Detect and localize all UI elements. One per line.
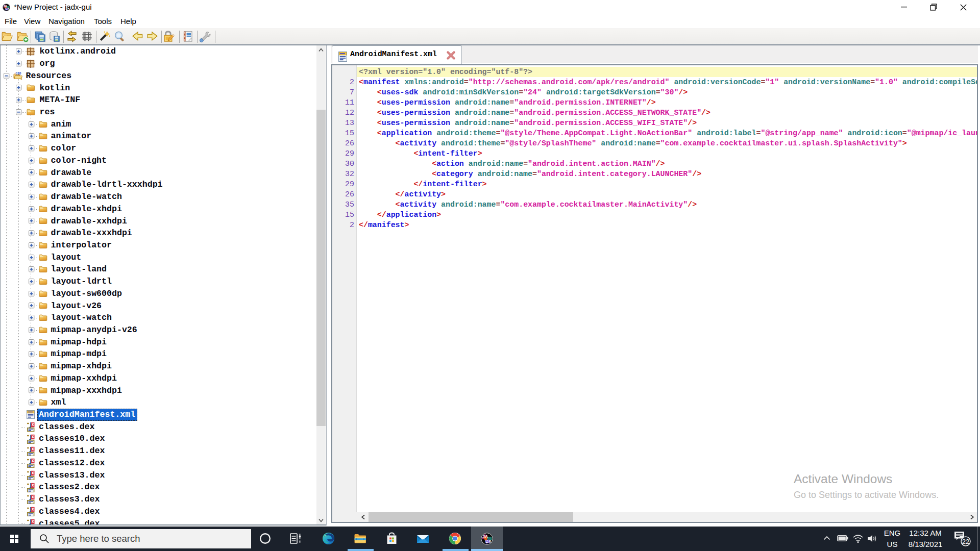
svg-text:010: 010 <box>15 72 21 75</box>
svg-text:22: 22 <box>962 538 969 545</box>
